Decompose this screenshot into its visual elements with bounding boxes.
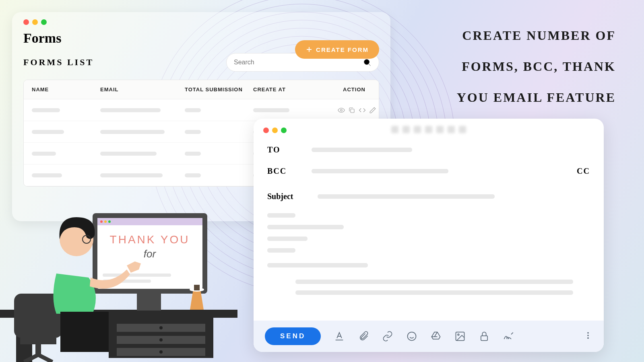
svg-point-23	[587, 335, 589, 336]
drive-icon[interactable]	[430, 331, 442, 342]
svg-point-22	[587, 332, 589, 334]
cc-toggle[interactable]: CC	[577, 167, 590, 176]
plus-icon	[305, 46, 313, 53]
svg-rect-52	[60, 312, 109, 352]
signature-icon[interactable]	[503, 331, 514, 342]
window-controls	[23, 19, 379, 25]
table-row	[24, 99, 379, 121]
svg-rect-27	[109, 318, 213, 358]
send-button[interactable]: SEND	[265, 327, 321, 345]
blurred-toolbar	[391, 126, 466, 133]
minimize-icon[interactable]	[32, 19, 38, 25]
create-form-button[interactable]: CREATE FORM	[295, 40, 379, 59]
create-form-label: CREATE FORM	[316, 46, 369, 53]
svg-rect-49	[35, 344, 41, 356]
svg-rect-30	[117, 348, 205, 356]
col-name: NAME	[32, 86, 100, 93]
svg-rect-28	[117, 324, 205, 332]
svg-point-32	[159, 338, 163, 341]
svg-point-24	[587, 337, 589, 339]
svg-point-18	[408, 332, 416, 341]
lock-icon[interactable]	[479, 331, 490, 342]
svg-rect-29	[117, 336, 205, 344]
svg-text:for: for	[144, 248, 157, 260]
svg-rect-47	[14, 294, 62, 338]
row-actions	[338, 107, 379, 114]
email-body[interactable]	[267, 213, 590, 295]
svg-rect-46	[194, 285, 200, 290]
copy-icon[interactable]	[348, 107, 355, 114]
svg-rect-21	[481, 336, 487, 341]
svg-rect-26	[16, 318, 32, 362]
col-action: ACTION	[338, 86, 371, 93]
table-header: NAME EMAIL TOTAL SUBMISSION CREATE AT AC…	[24, 80, 379, 99]
close-icon[interactable]	[263, 128, 269, 133]
col-total: TOTAL SUBMISSION	[185, 86, 253, 93]
image-icon[interactable]	[454, 331, 466, 342]
svg-rect-11	[351, 109, 354, 113]
to-row: TO	[267, 145, 590, 154]
subject-input[interactable]	[318, 194, 495, 199]
svg-point-45	[190, 288, 204, 292]
to-input[interactable]	[312, 148, 412, 152]
svg-point-31	[159, 326, 163, 329]
emoji-icon[interactable]	[406, 331, 417, 342]
search-input[interactable]	[234, 59, 363, 66]
svg-point-33	[159, 350, 163, 354]
col-created: CREATE AT	[253, 86, 338, 93]
forms-list-heading: FORMS LIST	[23, 57, 94, 68]
svg-rect-42	[103, 274, 171, 277]
col-email: EMAIL	[100, 86, 185, 93]
maximize-icon[interactable]	[41, 19, 47, 25]
view-icon[interactable]	[338, 107, 345, 114]
to-label: TO	[267, 145, 299, 154]
attach-icon[interactable]	[358, 331, 369, 342]
bcc-label: BCC	[267, 167, 299, 176]
svg-rect-34	[93, 213, 207, 294]
bcc-row: BCC CC	[267, 167, 590, 176]
search-icon	[363, 58, 372, 67]
link-icon[interactable]	[382, 331, 393, 342]
svg-point-20	[458, 334, 459, 335]
subject-label: Subject	[267, 192, 305, 201]
svg-rect-43	[103, 280, 151, 283]
email-toolbar: SEND	[254, 321, 604, 352]
svg-point-10	[341, 109, 343, 111]
svg-point-51	[83, 235, 91, 243]
more-button[interactable]	[584, 331, 592, 341]
svg-rect-35	[97, 218, 202, 289]
email-compose-window: TO BCC CC Subject SEND	[254, 119, 604, 352]
marketing-headline: CREATE NUMBER OF FORMS, BCC, THANK YOU E…	[435, 20, 616, 113]
maximize-icon[interactable]	[281, 128, 287, 133]
svg-text:THANK YOU: THANK YOU	[110, 233, 190, 246]
bcc-input[interactable]	[312, 169, 448, 173]
edit-icon[interactable]	[369, 107, 376, 114]
svg-rect-48	[20, 338, 56, 344]
code-icon[interactable]	[359, 107, 366, 114]
format-icon[interactable]	[334, 331, 345, 342]
subject-row: Subject	[267, 192, 590, 201]
svg-rect-44	[137, 294, 161, 311]
minimize-icon[interactable]	[272, 128, 278, 133]
svg-point-50	[60, 222, 93, 256]
svg-rect-25	[0, 310, 237, 318]
close-icon[interactable]	[23, 19, 29, 25]
